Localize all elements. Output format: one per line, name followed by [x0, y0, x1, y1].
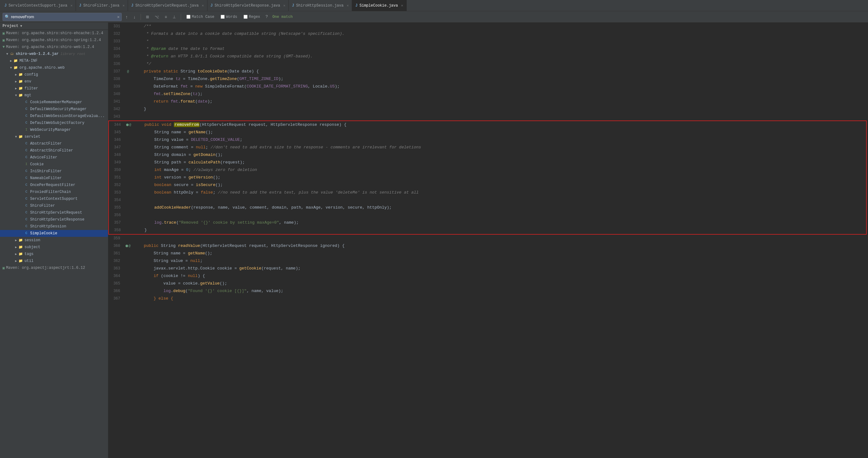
line-number: 332: [108, 32, 123, 36]
tab-shiro-http-servlet-response[interactable]: J ShiroHttpServletResponse.java ✕: [208, 0, 289, 11]
line-number: 358: [109, 228, 124, 232]
tab-close-icon[interactable]: ✕: [122, 3, 125, 7]
tree-filter[interactable]: ▶ 📁 filter: [0, 85, 108, 92]
project-label: Project: [2, 24, 18, 28]
code-line-351: 351 int version = getVersion();: [109, 174, 866, 181]
tab-close-icon[interactable]: ✕: [70, 3, 72, 7]
tree-meta-inf[interactable]: ▶ 📁 META-INF: [0, 57, 108, 64]
folder-icon: 📁: [18, 135, 23, 139]
tree-abstract-filter[interactable]: C AbstractFilter: [0, 140, 108, 147]
tree-env[interactable]: ▶ 📁 env: [0, 78, 108, 85]
tab-shiro-http-servlet-request[interactable]: J ShiroHttpServletRequest.java ✕: [128, 0, 207, 11]
tree-advice-filter[interactable]: C AdviceFilter: [0, 154, 108, 161]
filter-icon-button[interactable]: ⊥: [171, 14, 178, 20]
tab-simple-cookie[interactable]: J SimpleCookie.java ✕: [352, 0, 406, 11]
help-icon[interactable]: ?: [266, 14, 268, 19]
class-icon: C: [24, 204, 29, 208]
folder-icon: 📁: [18, 86, 23, 91]
tree-shiro-http-session[interactable]: C ShiroHttpSession: [0, 223, 108, 230]
code-line-347: 347 String comment = null; //don't need …: [109, 144, 866, 151]
tree-label: WebSecurityManager: [30, 128, 71, 132]
tree-cookie-remember-me[interactable]: C CookieRememberMeManager: [0, 99, 108, 106]
tree-abstract-shiro-filter[interactable]: C AbstractShiroFilter: [0, 147, 108, 154]
tree-config[interactable]: ▶ 📁 config: [0, 71, 108, 78]
regex-checkbox[interactable]: [244, 15, 248, 19]
tree-mgt[interactable]: ▼ 📁 mgt: [0, 92, 108, 99]
clear-search-icon[interactable]: ✕: [117, 14, 120, 20]
tree-once-per-request-filter[interactable]: C OncePerRequestFilter: [0, 182, 108, 189]
line-content: String domain = getDomain();: [133, 151, 223, 159]
dropdown-icon[interactable]: ▼: [20, 25, 22, 28]
line-content: if (cookie != null) {: [133, 272, 205, 280]
tree-default-web-subject-factory[interactable]: C DefaultWebSubjectFactory: [0, 120, 108, 126]
editor[interactable]: 331 /** 332 * Formats a date into a cook…: [108, 23, 868, 458]
tree-shiro-http-servlet-response[interactable]: C ShiroHttpServletResponse: [0, 216, 108, 223]
tree-cookie[interactable]: I Cookie: [0, 161, 108, 168]
tree-label: CookieRememberMeManager: [30, 100, 82, 104]
jar-root[interactable]: ▼ 🗂 shiro-web-1.2.4.jar library root: [0, 51, 108, 57]
regex-option[interactable]: Regex: [241, 14, 262, 20]
search-options-button[interactable]: ⊞: [144, 14, 151, 20]
class-icon: C: [24, 183, 29, 187]
breakpoint-dot: [126, 245, 128, 247]
tree-session[interactable]: ▶ 📁 session: [0, 237, 108, 244]
maven-item-web[interactable]: ▼ Maven: org.apache.shiro:shiro-web:1.2.…: [0, 43, 108, 51]
tab-shiro-http-session[interactable]: J ShiroHttpSession.java ✕: [289, 0, 352, 11]
tab-servlet-context-support[interactable]: J ServletContextSupport.java ✕: [1, 0, 76, 11]
tab-label: ShiroHttpServletRequest.java: [135, 3, 199, 8]
search-filter-button[interactable]: ⌥: [153, 14, 161, 20]
tab-close-icon[interactable]: ✕: [283, 3, 285, 7]
tree-shiro-filter[interactable]: C ShiroFilter: [0, 202, 108, 209]
class-icon: C: [24, 231, 29, 236]
line-number: 331: [108, 24, 123, 29]
code-line-338: 338 TimeZone tz = TimeZone.getTimeZone(G…: [108, 75, 868, 83]
tree-default-web-session[interactable]: C DefaultWebSessionStorageEvalua...: [0, 112, 108, 120]
line-number: 336: [108, 62, 123, 66]
maven-item-ehcache[interactable]: ▣ Maven: org.apache.shiro:shiro-ehcache:…: [0, 30, 108, 37]
tree-label: subject: [25, 245, 40, 250]
code-line-344: 344 @ public void removeFrom(HttpServlet…: [109, 121, 866, 129]
tree-ini-shiro-filter[interactable]: C IniShiroFilter: [0, 168, 108, 175]
tab-close-icon[interactable]: ✕: [347, 3, 349, 7]
search-settings-button[interactable]: ≡: [163, 14, 169, 20]
tree-shiro-http-servlet-request[interactable]: C ShiroHttpServletRequest: [0, 209, 108, 216]
code-line-342: 342 }: [108, 105, 868, 113]
tab-close-icon[interactable]: ✕: [401, 3, 403, 7]
tree-subject[interactable]: ▶ 📁 subject: [0, 244, 108, 251]
folder-icon: 📁: [13, 66, 18, 70]
words-option[interactable]: Words: [218, 14, 240, 20]
maven-icon: ▣: [2, 38, 5, 43]
tree-label: ServletContextSupport: [30, 197, 78, 201]
match-case-option[interactable]: Match Case: [184, 14, 217, 20]
line-number: 350: [109, 168, 124, 172]
tree-util[interactable]: ▶ 📁 util: [0, 258, 108, 264]
tree-web-security-manager[interactable]: I WebSecurityManager: [0, 126, 108, 133]
tree-servlet[interactable]: ▼ 📁 servlet: [0, 133, 108, 140]
line-content: String value = DELETED_COOKIE_VALUE;: [133, 136, 242, 144]
tab-shiro-filter[interactable]: J ShiroFilter.java ✕: [76, 0, 128, 11]
line-content: String name = getName();: [133, 250, 212, 257]
expand-arrow: ▶: [14, 87, 18, 90]
regex-label: Regex: [249, 15, 260, 19]
tree-proxied-filter-chain[interactable]: C ProxiedFilterChain: [0, 189, 108, 195]
code-line-356: 356: [109, 211, 866, 219]
prev-match-button[interactable]: ↑: [124, 13, 130, 21]
next-match-button[interactable]: ↓: [131, 13, 137, 21]
tree-tags[interactable]: ▶ 📁 tags: [0, 251, 108, 258]
search-input[interactable]: [11, 14, 116, 19]
line-number: 346: [109, 138, 124, 142]
maven-item-aspectj[interactable]: ▣ Maven: org.aspectj:aspectjrt:1.6.12: [0, 264, 108, 271]
match-case-checkbox[interactable]: [186, 15, 190, 19]
java-icon: J: [292, 3, 294, 8]
tree-servlet-context-support[interactable]: C ServletContextSupport: [0, 195, 108, 202]
tree-default-web-security[interactable]: C DefaultWebSecurityManager: [0, 106, 108, 112]
tab-close-icon[interactable]: ✕: [202, 3, 204, 7]
tree-nameable-filter[interactable]: C NameableFilter: [0, 175, 108, 182]
maven-item-spring[interactable]: ▣ Maven: org.apache.shiro:shiro-spring:1…: [0, 37, 108, 43]
code-line-348: 348 String domain = getDomain();: [109, 151, 866, 159]
code-line-367: 367 } else {: [108, 295, 868, 302]
code-line-363: 363 javax.servlet.http.Cookie cookie = g…: [108, 265, 868, 272]
words-checkbox[interactable]: [221, 15, 225, 19]
tree-org-apache-shiro-web[interactable]: ▼ 📁 org.apache.shiro.web: [0, 64, 108, 71]
tree-simple-cookie[interactable]: C SimpleCookie: [0, 230, 108, 237]
